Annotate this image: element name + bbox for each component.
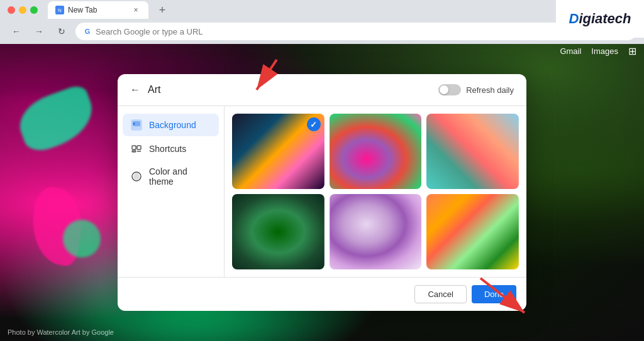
sidebar: Background Shortcuts xyxy=(118,106,225,277)
svg-rect-9 xyxy=(132,151,136,152)
art-thumb-2 xyxy=(330,114,422,189)
art-image-2[interactable] xyxy=(330,114,422,189)
art-image-5[interactable] xyxy=(330,194,422,269)
art-thumb-4 xyxy=(232,194,325,269)
svg-rect-7 xyxy=(132,146,136,149)
refresh-toggle-area: Refresh daily xyxy=(438,84,514,95)
modal-overlay: ← Art Refresh daily xyxy=(0,44,644,341)
tab-favicon: N xyxy=(55,6,64,14)
google-icon: G xyxy=(83,27,92,36)
browser-tab[interactable]: N New Tab × xyxy=(48,1,148,19)
browser-chrome: N New Tab × + ← → ↻ G Search Google or t… xyxy=(0,0,644,44)
new-tab-button[interactable]: + xyxy=(153,1,171,19)
svg-point-6 xyxy=(133,123,135,125)
back-button[interactable]: ← xyxy=(8,23,25,40)
title-bar: N New Tab × + xyxy=(0,0,644,20)
modal-body: Background Shortcuts xyxy=(118,106,526,277)
refresh-label: Refresh daily xyxy=(466,85,514,95)
sidebar-background-label: Background xyxy=(149,120,196,130)
selected-checkmark: ✓ xyxy=(307,117,321,131)
logo-text: DDigiatechigiatech xyxy=(569,11,631,27)
forward-button[interactable]: → xyxy=(30,23,48,40)
sidebar-item-background[interactable]: Background xyxy=(123,114,219,136)
art-thumb-6 xyxy=(426,194,519,269)
art-image-6[interactable] xyxy=(426,194,519,269)
refresh-toggle[interactable] xyxy=(438,84,461,95)
sidebar-item-shortcuts[interactable]: Shortcuts xyxy=(123,138,219,160)
customize-modal: ← Art Refresh daily xyxy=(118,74,526,311)
color-theme-icon xyxy=(130,170,143,183)
image-grid-area: ✓ xyxy=(225,106,526,277)
tab-title: New Tab xyxy=(68,6,97,14)
sidebar-shortcuts-label: Shortcuts xyxy=(149,144,186,154)
art-image-3[interactable] xyxy=(426,114,519,189)
address-bar[interactable]: G Search Google or type a URL xyxy=(75,23,636,40)
nav-bar: ← → ↻ G Search Google or type a URL xyxy=(0,20,644,43)
address-text: Search Google or type a URL xyxy=(96,27,203,36)
window-minimize-button[interactable] xyxy=(19,6,26,14)
refresh-button[interactable]: ↻ xyxy=(53,23,70,40)
sidebar-item-color-theme[interactable]: Color and theme xyxy=(123,161,219,192)
art-thumb-3 xyxy=(426,114,519,189)
svg-rect-8 xyxy=(137,146,141,149)
logo-badge: DDigiatechigiatech xyxy=(556,0,644,38)
modal-back-arrow[interactable]: ← xyxy=(130,84,140,95)
toggle-knob xyxy=(440,85,448,94)
modal-header: ← Art Refresh daily xyxy=(118,74,526,106)
done-button[interactable]: Done xyxy=(472,285,516,303)
art-image-4[interactable] xyxy=(232,194,325,269)
shortcuts-icon xyxy=(130,143,143,155)
image-grid: ✓ xyxy=(232,114,519,269)
modal-footer: Cancel Done xyxy=(118,277,526,311)
modal-title: Art xyxy=(148,84,431,95)
window-maximize-button[interactable] xyxy=(30,6,38,14)
window-close-button[interactable] xyxy=(8,6,15,14)
art-thumb-5 xyxy=(330,194,422,269)
sidebar-color-theme-label: Color and theme xyxy=(149,166,211,187)
art-image-1[interactable]: ✓ xyxy=(232,114,325,189)
cancel-button[interactable]: Cancel xyxy=(414,285,466,303)
background-icon xyxy=(130,119,143,131)
logo-d-letter: D xyxy=(569,11,579,26)
tab-close-button[interactable]: × xyxy=(131,5,141,15)
window-controls xyxy=(8,6,38,14)
